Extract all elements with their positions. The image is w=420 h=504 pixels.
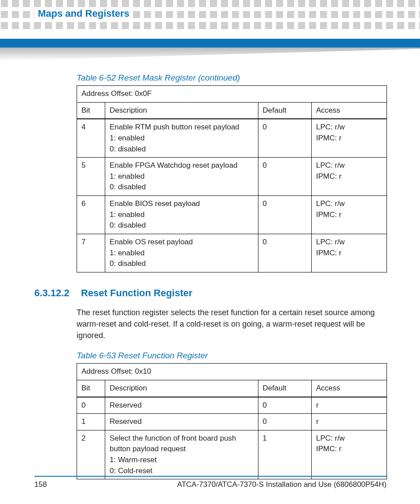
col-header-access: Access: [311, 380, 387, 397]
page-number: 158: [34, 480, 47, 489]
footer-divider: [34, 476, 387, 477]
col-header-description: Description: [105, 380, 258, 397]
header-blue-bar: [0, 39, 420, 48]
table-row: Address Offset: 0x0F: [77, 86, 387, 103]
table-row: Address Offset: 0x10: [77, 364, 387, 380]
col-header-default: Default: [258, 102, 311, 119]
table-6-53: Address Offset: 0x10 Bit Description Def…: [77, 363, 387, 479]
cell-bit: 2: [77, 430, 105, 479]
cell-description: Select the function of front board push …: [105, 430, 258, 479]
col-header-bit: Bit: [77, 102, 105, 119]
cell-default: 0: [258, 196, 311, 234]
col-header-bit: Bit: [77, 380, 105, 397]
cell-access: LPC: r/w IPMC: r: [311, 119, 387, 157]
cell-bit: 6: [77, 196, 105, 234]
table-row: 1 Reserved 0 r: [77, 414, 387, 430]
cell-default: 0: [258, 234, 311, 272]
cell-access: LPC: r/w IPMC: r: [311, 430, 387, 479]
table-6-52: Address Offset: 0x0F Bit Description Def…: [77, 85, 387, 272]
table-row: 6 Enable BIOS reset payload 1: enabled 0…: [77, 196, 387, 234]
table-row: Bit Description Default Access: [77, 380, 387, 397]
cell-access: r: [311, 397, 387, 414]
cell-default: 0: [258, 119, 311, 157]
cell-description: Enable FPGA Watchdog reset payload 1: en…: [105, 158, 258, 196]
cell-bit: 1: [77, 414, 105, 430]
cell-description: Enable RTM push button reset payload 1: …: [105, 119, 258, 157]
table-row: 7 Enable OS reset payload 1: enabled 0: …: [77, 234, 387, 272]
cell-access: r: [311, 414, 387, 430]
section-number: 6.3.12.2: [34, 287, 73, 299]
col-header-access: Access: [311, 102, 387, 119]
table-6-52-caption: Table 6-52 Reset Mask Register (continue…: [77, 73, 387, 83]
cell-description: Enable OS reset payload 1: enabled 0: di…: [105, 234, 258, 272]
address-offset: Address Offset: 0x10: [77, 364, 387, 380]
cell-default: 1: [258, 430, 311, 479]
cell-default: 0: [258, 414, 311, 430]
cell-description: Reserved: [105, 414, 258, 430]
header-wedge: [0, 48, 420, 61]
address-offset: Address Offset: 0x0F: [77, 86, 387, 103]
table-row: 2 Select the function of front board pus…: [77, 430, 387, 479]
section-title: Reset Function Register: [81, 287, 192, 299]
table-row: 4 Enable RTM push button reset payload 1…: [77, 119, 387, 157]
cell-access: LPC: r/w IPMC: r: [311, 158, 387, 196]
cell-bit: 5: [77, 158, 105, 196]
cell-bit: 0: [77, 397, 105, 414]
cell-default: 0: [258, 397, 311, 414]
cell-access: LPC: r/w IPMC: r: [311, 234, 387, 272]
table-row: Bit Description Default Access: [77, 102, 387, 119]
cell-bit: 4: [77, 119, 105, 157]
chapter-title: Maps and Registers: [34, 8, 133, 19]
cell-access: LPC: r/w IPMC: r: [311, 196, 387, 234]
col-header-default: Default: [258, 380, 311, 397]
col-header-description: Description: [105, 102, 258, 119]
cell-bit: 7: [77, 234, 105, 272]
section-paragraph: The reset function register selects the …: [77, 307, 385, 341]
table-row: 5 Enable FPGA Watchdog reset payload 1: …: [77, 158, 387, 196]
cell-default: 0: [258, 158, 311, 196]
cell-description: Reserved: [105, 397, 258, 414]
table-row: 0 Reserved 0 r: [77, 397, 387, 414]
table-6-53-caption: Table 6-53 Reset Function Register: [77, 351, 387, 361]
document-title: ATCA-7370/ATCA-7370-S Installation and U…: [177, 480, 387, 489]
cell-description: Enable BIOS reset payload 1: enabled 0: …: [105, 196, 258, 234]
